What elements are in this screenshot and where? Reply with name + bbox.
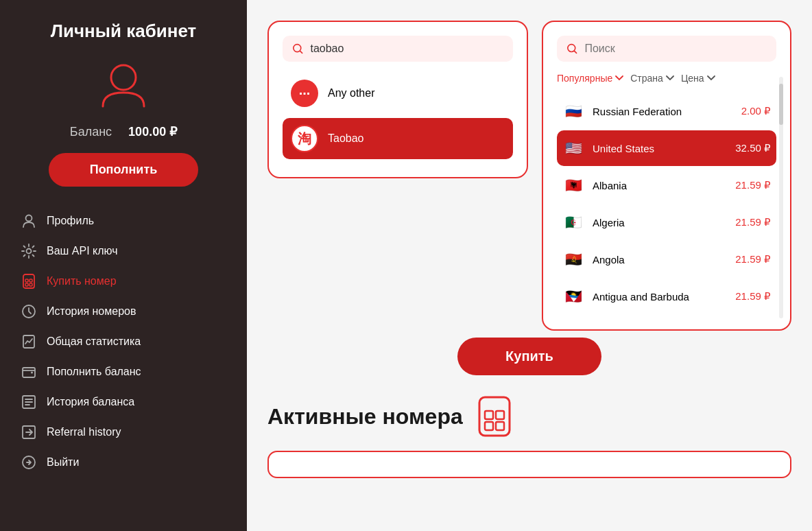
country-row-angola[interactable]: 🇦🇴 Angola 21.59 ₽ (557, 241, 776, 277)
sidebar-item-stats[interactable]: Общая статистика (14, 327, 233, 357)
country-name-albania: Albania (593, 180, 727, 191)
sidebar-item-api[interactable]: Ваш API ключ (14, 236, 233, 266)
main-content: ··· Any other 淘 Taobao (247, 0, 812, 531)
active-numbers-section: Активные номера (267, 396, 791, 437)
country-row-albania[interactable]: 🇦🇱 Albania 21.59 ₽ (557, 167, 776, 203)
scrollbar-thumb[interactable] (779, 84, 783, 125)
balance-value: 100.00 ₽ (128, 124, 177, 139)
balance-row: Баланс 100.00 ₽ (70, 124, 177, 139)
country-row-algeria[interactable]: 🇩🇿 Algeria 21.59 ₽ (557, 204, 776, 240)
filter-country-label: Страна (630, 73, 663, 84)
scrollbar-track (779, 77, 783, 318)
filter-price[interactable]: Цена (681, 73, 715, 84)
active-numbers-title: Активные номера (267, 404, 463, 429)
svg-rect-19 (485, 422, 493, 430)
sidebar-item-api-label: Ваш API ключ (47, 245, 118, 257)
sidebar-item-topup[interactable]: Пополнить баланс (14, 357, 233, 387)
avatar-icon (96, 58, 151, 113)
country-row-antigua[interactable]: 🇦🇬 Antigua and Barbuda 21.59 ₽ (557, 279, 776, 314)
list-icon (21, 394, 37, 410)
country-row-russia[interactable]: 🇷🇺 Russian Federation 2.00 ₽ (557, 93, 776, 129)
flag-angola: 🇦🇴 (562, 248, 584, 270)
gear-icon (21, 243, 37, 259)
sidebar-item-profile-label: Профиль (47, 215, 94, 227)
flag-algeria: 🇩🇿 (562, 211, 584, 233)
nav-list: Профиль Ваш API ключ Купить (14, 206, 233, 477)
sidebar-item-history[interactable]: История номеров (14, 296, 233, 327)
country-price-us: 32.50 ₽ (735, 142, 771, 154)
country-name-algeria: Algeria (593, 217, 727, 228)
sim-icon (21, 273, 37, 290)
svg-rect-5 (29, 279, 32, 282)
country-search-icon (566, 43, 577, 55)
country-search-input[interactable] (584, 43, 767, 55)
sidebar-item-balance-history-label: История баланса (47, 396, 134, 408)
sidebar-item-referral[interactable]: Referral history (14, 417, 233, 447)
filter-popular[interactable]: Популярные (557, 73, 623, 84)
sidebar-item-history-label: История номеров (47, 305, 136, 318)
buy-button[interactable]: Купить (457, 338, 601, 375)
svg-rect-18 (496, 411, 504, 419)
filter-popular-label: Популярные (557, 73, 612, 84)
country-panel: Популярные Страна Цена (542, 21, 791, 331)
svg-rect-20 (496, 422, 504, 430)
flag-russia: 🇷🇺 (562, 100, 584, 122)
sidebar-item-balance-history[interactable]: История баланса (14, 387, 233, 417)
service-item-any-other[interactable]: ··· Any other (283, 73, 513, 114)
service-panel: ··· Any other 淘 Taobao (267, 21, 528, 178)
svg-rect-17 (485, 411, 493, 419)
country-name-antigua: Antigua and Barbuda (593, 291, 727, 303)
svg-point-15 (568, 45, 575, 52)
country-list: 🇷🇺 Russian Federation 2.00 ₽ 🇺🇸 United S… (557, 93, 776, 314)
search-icon (292, 43, 303, 55)
svg-rect-4 (25, 279, 28, 282)
service-item-any-other-label: Any other (328, 87, 374, 99)
service-item-taobao-label: Taobao (328, 132, 364, 145)
sidebar-item-topup-label: Пополнить баланс (47, 366, 141, 378)
svg-point-1 (26, 215, 32, 222)
chart-icon (21, 333, 37, 350)
svg-rect-6 (25, 283, 28, 286)
filter-price-label: Цена (681, 73, 704, 84)
share-icon (21, 424, 37, 440)
sidebar-title: Личный кабинет (51, 21, 197, 42)
svg-rect-10 (23, 368, 35, 377)
sidebar-item-referral-label: Referral history (47, 426, 121, 438)
svg-rect-16 (479, 397, 510, 436)
any-other-icon: ··· (291, 80, 318, 107)
sidebar-item-logout[interactable]: Выйти (14, 447, 233, 477)
balance-label: Баланс (70, 125, 112, 139)
wallet-icon (21, 364, 37, 380)
exit-icon (21, 454, 37, 471)
active-numbers-panel (267, 451, 791, 478)
country-price-russia: 2.00 ₽ (741, 105, 771, 117)
svg-point-0 (111, 65, 136, 90)
sidebar-item-stats-label: Общая статистика (47, 335, 141, 348)
country-row-us[interactable]: 🇺🇸 United States 32.50 ₽ (557, 130, 776, 166)
chevron-down-icon (615, 75, 623, 81)
country-name-us: United States (593, 143, 727, 154)
filter-country[interactable]: Страна (630, 73, 674, 84)
sidebar-item-buy[interactable]: Купить номер (14, 266, 233, 296)
country-price-algeria: 21.59 ₽ (735, 216, 771, 228)
service-search-input[interactable] (310, 43, 503, 55)
sim-card-icon (474, 396, 515, 437)
flag-albania: 🇦🇱 (562, 174, 584, 196)
buy-section: Купить (267, 338, 791, 375)
country-name-russia: Russian Federation (593, 106, 733, 117)
service-item-taobao[interactable]: 淘 Taobao (283, 118, 513, 159)
flag-us: 🇺🇸 (562, 137, 584, 159)
clock-icon (21, 303, 37, 320)
flag-antigua: 🇦🇬 (562, 285, 584, 307)
service-search-box (283, 36, 513, 62)
topup-button[interactable]: Пополнить (49, 153, 199, 187)
svg-point-14 (294, 45, 301, 52)
sidebar-item-buy-label: Купить номер (47, 275, 117, 287)
sidebar-item-logout-label: Выйти (47, 456, 79, 469)
person-icon (21, 213, 37, 229)
top-row: ··· Any other 淘 Taobao (267, 21, 791, 331)
country-price-angola: 21.59 ₽ (735, 253, 771, 266)
taobao-icon: 淘 (291, 125, 318, 152)
sidebar-item-profile[interactable]: Профиль (14, 206, 233, 236)
country-filters: Популярные Страна Цена (557, 73, 776, 84)
